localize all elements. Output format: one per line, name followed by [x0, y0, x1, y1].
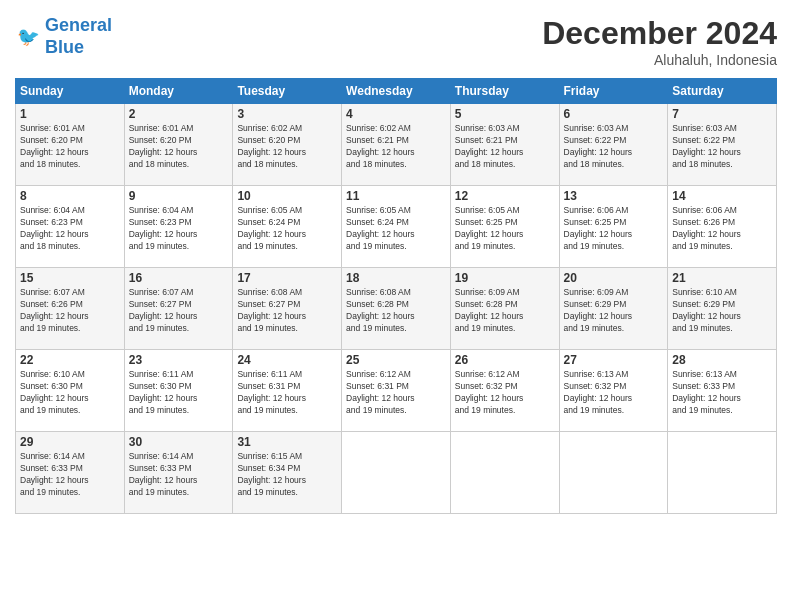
day-number: 21 [672, 271, 772, 285]
calendar-week: 8Sunrise: 6:04 AM Sunset: 6:23 PM Daylig… [16, 186, 777, 268]
calendar-cell: 3Sunrise: 6:02 AM Sunset: 6:20 PM Daylig… [233, 104, 342, 186]
day-number: 2 [129, 107, 229, 121]
day-info: Sunrise: 6:05 AM Sunset: 6:25 PM Dayligh… [455, 205, 555, 253]
calendar-cell: 24Sunrise: 6:11 AM Sunset: 6:31 PM Dayli… [233, 350, 342, 432]
calendar-cell: 10Sunrise: 6:05 AM Sunset: 6:24 PM Dayli… [233, 186, 342, 268]
day-info: Sunrise: 6:03 AM Sunset: 6:22 PM Dayligh… [564, 123, 664, 171]
day-number: 18 [346, 271, 446, 285]
calendar-cell: 25Sunrise: 6:12 AM Sunset: 6:31 PM Dayli… [342, 350, 451, 432]
day-number: 30 [129, 435, 229, 449]
calendar-cell: 30Sunrise: 6:14 AM Sunset: 6:33 PM Dayli… [124, 432, 233, 514]
day-info: Sunrise: 6:15 AM Sunset: 6:34 PM Dayligh… [237, 451, 337, 499]
day-info: Sunrise: 6:01 AM Sunset: 6:20 PM Dayligh… [129, 123, 229, 171]
calendar-week: 15Sunrise: 6:07 AM Sunset: 6:26 PM Dayli… [16, 268, 777, 350]
day-info: Sunrise: 6:11 AM Sunset: 6:31 PM Dayligh… [237, 369, 337, 417]
day-number: 28 [672, 353, 772, 367]
day-info: Sunrise: 6:02 AM Sunset: 6:20 PM Dayligh… [237, 123, 337, 171]
calendar-cell [668, 432, 777, 514]
calendar-cell: 7Sunrise: 6:03 AM Sunset: 6:22 PM Daylig… [668, 104, 777, 186]
day-info: Sunrise: 6:04 AM Sunset: 6:23 PM Dayligh… [129, 205, 229, 253]
title-block: December 2024 Aluhaluh, Indonesia [542, 15, 777, 68]
day-info: Sunrise: 6:03 AM Sunset: 6:22 PM Dayligh… [672, 123, 772, 171]
calendar: SundayMondayTuesdayWednesdayThursdayFrid… [15, 78, 777, 514]
calendar-cell: 27Sunrise: 6:13 AM Sunset: 6:32 PM Dayli… [559, 350, 668, 432]
logo-icon: 🐦 [17, 23, 45, 51]
calendar-cell: 17Sunrise: 6:08 AM Sunset: 6:27 PM Dayli… [233, 268, 342, 350]
day-info: Sunrise: 6:02 AM Sunset: 6:21 PM Dayligh… [346, 123, 446, 171]
day-info: Sunrise: 6:04 AM Sunset: 6:23 PM Dayligh… [20, 205, 120, 253]
day-number: 29 [20, 435, 120, 449]
day-number: 11 [346, 189, 446, 203]
weekday-header: Monday [124, 79, 233, 104]
weekday-header: Saturday [668, 79, 777, 104]
day-info: Sunrise: 6:14 AM Sunset: 6:33 PM Dayligh… [129, 451, 229, 499]
logo-line1: General [45, 15, 112, 35]
day-info: Sunrise: 6:06 AM Sunset: 6:26 PM Dayligh… [672, 205, 772, 253]
day-number: 9 [129, 189, 229, 203]
calendar-body: 1Sunrise: 6:01 AM Sunset: 6:20 PM Daylig… [16, 104, 777, 514]
day-number: 20 [564, 271, 664, 285]
calendar-cell: 8Sunrise: 6:04 AM Sunset: 6:23 PM Daylig… [16, 186, 125, 268]
day-number: 14 [672, 189, 772, 203]
weekday-header: Thursday [450, 79, 559, 104]
day-number: 15 [20, 271, 120, 285]
day-info: Sunrise: 6:06 AM Sunset: 6:25 PM Dayligh… [564, 205, 664, 253]
weekday-header: Tuesday [233, 79, 342, 104]
day-number: 23 [129, 353, 229, 367]
day-number: 12 [455, 189, 555, 203]
calendar-cell: 22Sunrise: 6:10 AM Sunset: 6:30 PM Dayli… [16, 350, 125, 432]
calendar-cell: 21Sunrise: 6:10 AM Sunset: 6:29 PM Dayli… [668, 268, 777, 350]
day-number: 27 [564, 353, 664, 367]
calendar-cell: 4Sunrise: 6:02 AM Sunset: 6:21 PM Daylig… [342, 104, 451, 186]
day-info: Sunrise: 6:10 AM Sunset: 6:30 PM Dayligh… [20, 369, 120, 417]
day-number: 13 [564, 189, 664, 203]
calendar-cell: 31Sunrise: 6:15 AM Sunset: 6:34 PM Dayli… [233, 432, 342, 514]
day-info: Sunrise: 6:13 AM Sunset: 6:32 PM Dayligh… [564, 369, 664, 417]
calendar-cell: 14Sunrise: 6:06 AM Sunset: 6:26 PM Dayli… [668, 186, 777, 268]
day-number: 24 [237, 353, 337, 367]
day-info: Sunrise: 6:05 AM Sunset: 6:24 PM Dayligh… [237, 205, 337, 253]
calendar-cell: 11Sunrise: 6:05 AM Sunset: 6:24 PM Dayli… [342, 186, 451, 268]
calendar-week: 22Sunrise: 6:10 AM Sunset: 6:30 PM Dayli… [16, 350, 777, 432]
calendar-cell: 5Sunrise: 6:03 AM Sunset: 6:21 PM Daylig… [450, 104, 559, 186]
month-title: December 2024 [542, 15, 777, 52]
calendar-cell: 1Sunrise: 6:01 AM Sunset: 6:20 PM Daylig… [16, 104, 125, 186]
day-info: Sunrise: 6:08 AM Sunset: 6:27 PM Dayligh… [237, 287, 337, 335]
day-info: Sunrise: 6:08 AM Sunset: 6:28 PM Dayligh… [346, 287, 446, 335]
page: 🐦 General Blue December 2024 Aluhaluh, I… [0, 0, 792, 612]
day-info: Sunrise: 6:13 AM Sunset: 6:33 PM Dayligh… [672, 369, 772, 417]
weekday-row: SundayMondayTuesdayWednesdayThursdayFrid… [16, 79, 777, 104]
svg-text:🐦: 🐦 [17, 25, 40, 47]
day-number: 5 [455, 107, 555, 121]
calendar-cell [450, 432, 559, 514]
day-info: Sunrise: 6:12 AM Sunset: 6:31 PM Dayligh… [346, 369, 446, 417]
calendar-cell: 2Sunrise: 6:01 AM Sunset: 6:20 PM Daylig… [124, 104, 233, 186]
calendar-week: 29Sunrise: 6:14 AM Sunset: 6:33 PM Dayli… [16, 432, 777, 514]
calendar-cell [342, 432, 451, 514]
weekday-header: Wednesday [342, 79, 451, 104]
weekday-header: Sunday [16, 79, 125, 104]
day-number: 8 [20, 189, 120, 203]
calendar-cell [559, 432, 668, 514]
day-number: 6 [564, 107, 664, 121]
day-number: 17 [237, 271, 337, 285]
logo: 🐦 General Blue [15, 15, 112, 58]
day-number: 25 [346, 353, 446, 367]
calendar-cell: 13Sunrise: 6:06 AM Sunset: 6:25 PM Dayli… [559, 186, 668, 268]
day-info: Sunrise: 6:07 AM Sunset: 6:27 PM Dayligh… [129, 287, 229, 335]
day-number: 4 [346, 107, 446, 121]
calendar-cell: 15Sunrise: 6:07 AM Sunset: 6:26 PM Dayli… [16, 268, 125, 350]
calendar-header: SundayMondayTuesdayWednesdayThursdayFrid… [16, 79, 777, 104]
calendar-cell: 19Sunrise: 6:09 AM Sunset: 6:28 PM Dayli… [450, 268, 559, 350]
day-info: Sunrise: 6:14 AM Sunset: 6:33 PM Dayligh… [20, 451, 120, 499]
location: Aluhaluh, Indonesia [542, 52, 777, 68]
weekday-header: Friday [559, 79, 668, 104]
calendar-cell: 6Sunrise: 6:03 AM Sunset: 6:22 PM Daylig… [559, 104, 668, 186]
calendar-cell: 29Sunrise: 6:14 AM Sunset: 6:33 PM Dayli… [16, 432, 125, 514]
day-number: 7 [672, 107, 772, 121]
calendar-cell: 12Sunrise: 6:05 AM Sunset: 6:25 PM Dayli… [450, 186, 559, 268]
day-number: 3 [237, 107, 337, 121]
day-info: Sunrise: 6:09 AM Sunset: 6:29 PM Dayligh… [564, 287, 664, 335]
day-info: Sunrise: 6:12 AM Sunset: 6:32 PM Dayligh… [455, 369, 555, 417]
day-number: 1 [20, 107, 120, 121]
